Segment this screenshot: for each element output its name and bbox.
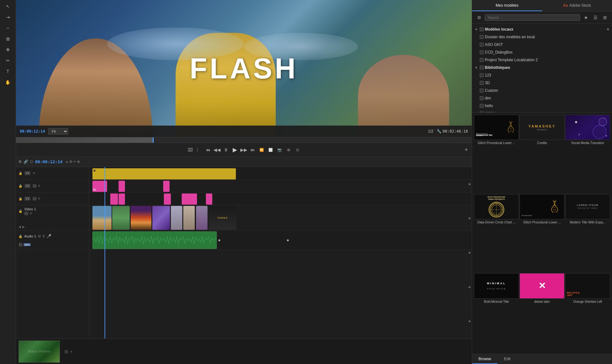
step-back-button[interactable]: ◀◀ <box>213 145 222 154</box>
tree-item-project-template[interactable]: Project Template Localization 2 <box>472 56 612 64</box>
clip-v2-5[interactable] <box>206 193 212 205</box>
tool-stretch[interactable]: ✥ <box>4 46 12 54</box>
tool-hand[interactable]: ✋ <box>4 78 12 86</box>
a1-mic-icon[interactable]: 🎤 <box>47 234 51 238</box>
tree-item-custom[interactable]: Custom <box>472 87 612 94</box>
filter-icon[interactable]: ⚙ <box>18 160 22 164</box>
v1-source-icon[interactable]: ⬛ <box>24 212 28 215</box>
v3-eye-icon[interactable]: 👁 <box>38 184 41 188</box>
clip-v4-1[interactable]: ▶ <box>92 168 236 179</box>
button-editor[interactable]: ⊞ <box>284 145 293 154</box>
stop-button[interactable]: ⏸ <box>222 145 230 154</box>
v2-source-icon[interactable]: ⬛ <box>33 197 36 200</box>
checkbox-3d[interactable] <box>480 81 484 85</box>
a1-s-btn[interactable]: S <box>43 235 45 238</box>
checkbox-ccd-dialogbox[interactable] <box>480 50 484 54</box>
tree-item-ccd-dialogbox[interactable]: CCD_DialogBox <box>472 48 612 56</box>
go-to-in-button[interactable]: ⏮ <box>204 145 213 154</box>
thumb-item-6[interactable]: LOREM IPSUMDOLOR SIT AMET Modern Title W… <box>565 194 610 273</box>
tree-item-123[interactable]: 123 <box>472 71 612 79</box>
settings-button[interactable]: ⊡ <box>293 145 302 154</box>
lock-icon-v2[interactable]: 🔒 <box>18 197 22 200</box>
clip-v2-3[interactable] <box>164 193 171 205</box>
fit-dropdown[interactable]: Fit 25% 50% 75% 100% <box>48 128 68 135</box>
favorites-button[interactable]: ★ <box>582 14 590 21</box>
thumb-item-2[interactable]: YAMASHEY PRESENTS Credits <box>520 115 565 193</box>
clip-v3-1[interactable]: FL <box>92 181 107 192</box>
a1-m-btn[interactable]: M <box>38 235 40 238</box>
tree-item-hello[interactable]: hello <box>472 102 612 110</box>
thumb-item-5[interactable]: Procedural law Glitch Procedural Lower .… <box>520 194 565 273</box>
ripple-icon[interactable]: ⬡ <box>30 160 33 164</box>
add-button[interactable]: + <box>464 147 468 153</box>
track-row-v4[interactable]: ▶ <box>89 167 472 180</box>
go-to-out-button[interactable]: ⏭ <box>248 145 257 154</box>
bottom-add-icon[interactable]: + <box>70 349 73 354</box>
clip-v1-8[interactable]: TAMAS <box>208 206 237 230</box>
tree-section-modeles-locaux[interactable]: ▼ Modèles locaux + <box>472 25 612 33</box>
lock-icon-v3[interactable]: 🔒 <box>18 184 22 188</box>
checkbox-123[interactable] <box>480 73 484 77</box>
tool-track-select[interactable]: ⇥ <box>4 13 12 21</box>
thumb-item-8[interactable]: ✕ delete later <box>520 273 565 352</box>
tab-mes-modeles[interactable]: Mes modèles <box>472 0 542 11</box>
track-row-v2[interactable] <box>89 193 472 205</box>
insert-button[interactable]: ⏩ <box>257 145 266 154</box>
clip-v3-3[interactable] <box>163 181 170 192</box>
overwrite-button[interactable]: ⬜ <box>266 145 275 154</box>
add-section-button[interactable]: + <box>607 26 609 32</box>
lock-icon-a1[interactable]: 🔒 <box>18 235 22 238</box>
v3-source-icon[interactable]: ⬛ <box>33 184 36 188</box>
tree-item-dossier[interactable]: Dossier des modèles en local <box>472 33 612 41</box>
search-input[interactable] <box>485 14 580 21</box>
scrubber-handle[interactable] <box>153 137 154 143</box>
checkbox-project-template[interactable] <box>480 58 484 62</box>
export-frame-button[interactable]: 📷 <box>275 145 284 154</box>
checkbox-custom[interactable] <box>480 89 484 92</box>
tool-razor[interactable]: ↔ <box>4 24 12 32</box>
checkbox-bibliotheques[interactable] <box>480 66 484 69</box>
tab-edit[interactable]: Edit <box>498 354 517 364</box>
thumb-item-3[interactable]: ★ ◉ ◦ ◦ Social Media Transition <box>565 115 610 193</box>
checkbox-dim[interactable] <box>480 96 484 100</box>
checkbox-modeles-locaux[interactable] <box>480 27 484 31</box>
step-forward-button[interactable]: ▶▶ <box>239 145 248 154</box>
tree-item-dim[interactable]: dim <box>472 94 612 102</box>
clip-v1-6[interactable] <box>183 206 195 230</box>
tool-pen[interactable]: ✏ <box>4 57 12 64</box>
clip-v2-1[interactable] <box>110 193 118 205</box>
track-row-a1[interactable] <box>89 231 472 250</box>
tab-adobe-stock[interactable]: As Adobe Stock <box>542 0 612 11</box>
track-content-area[interactable]: ▶ FL <box>89 167 472 339</box>
track-row-v3[interactable]: FL <box>89 180 472 193</box>
scrubber-bar[interactable] <box>16 137 472 143</box>
snap-icon[interactable]: 🔗 <box>24 160 28 164</box>
clip-v2-4[interactable] <box>182 193 197 205</box>
tool-trim[interactable]: ⊠ <box>4 35 12 43</box>
clip-v1-5[interactable] <box>171 206 182 230</box>
play-button[interactable]: ▶ <box>230 145 239 154</box>
clip-v1-2[interactable] <box>112 206 130 230</box>
clip-v1-3[interactable] <box>131 206 151 230</box>
tree-item-3d[interactable]: 3D <box>472 79 612 87</box>
clip-v1-4[interactable] <box>152 206 170 230</box>
v1-prev-btn[interactable]: ◀ <box>18 225 21 229</box>
clip-v1-1[interactable] <box>92 206 112 230</box>
bottom-nav-icon[interactable]: ⊞ <box>64 349 68 354</box>
clip-v3-2[interactable] <box>119 181 125 192</box>
checkbox-hello[interactable] <box>480 104 484 108</box>
mark-out-button[interactable]: ⎸ <box>195 145 204 154</box>
track-row-v1[interactable]: TAMAS <box>89 205 472 231</box>
v4-eye-icon[interactable]: 👁 <box>33 171 36 175</box>
lock-icon-v1[interactable]: 🔒 <box>18 209 22 213</box>
thumb-item-9[interactable]: MAX STYLELEFT Orange Sherbet Left <box>565 273 610 352</box>
tree-item-escrzv[interactable]: ěščřźý <box>472 110 612 113</box>
a1-source-icon[interactable]: ⬛ <box>18 243 22 246</box>
thumb-item-7[interactable]: MINIMALTITLE STYLE Bold Minimal Title <box>474 273 519 352</box>
tab-browse[interactable]: Browse <box>472 354 498 364</box>
tool-selection[interactable]: ↖ <box>4 3 12 10</box>
tree-item-aso-gkit[interactable]: ASO GKIT <box>472 41 612 48</box>
tool-type[interactable]: T <box>4 68 12 75</box>
thumb-item-1[interactable]: Procedural law FLASH <box>474 115 519 193</box>
v1-eye-icon[interactable]: 👁 <box>29 212 33 215</box>
